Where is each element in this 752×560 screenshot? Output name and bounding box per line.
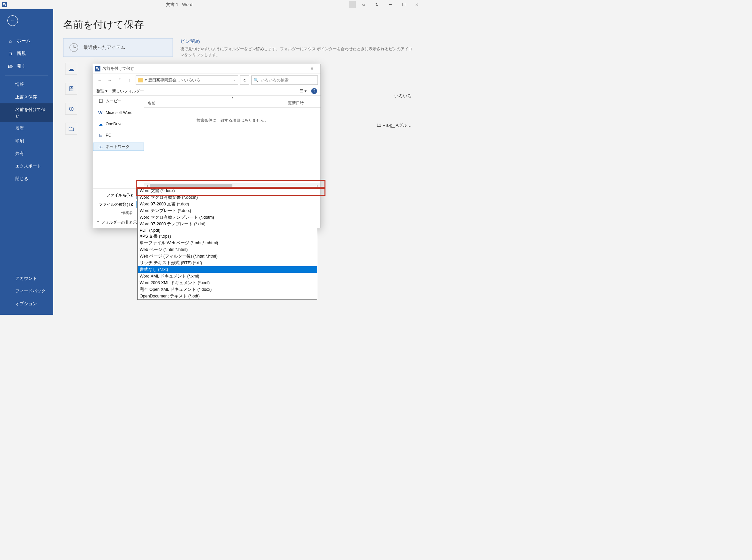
new-folder-button[interactable]: 新しいフォルダー (112, 88, 144, 94)
nav-feedback[interactable]: フィードバック (0, 285, 53, 297)
nav-new[interactable]: 🗋 新規 (0, 47, 53, 60)
tree-item-onedrive[interactable]: ☁ OneDrive (93, 120, 144, 128)
dialog-toolbar: 整理 ▾ 新しいフォルダー ☰ ▾ ? (93, 87, 320, 96)
view-button[interactable]: ☰ ▾ (300, 89, 306, 93)
nav-back-button[interactable]: ← (96, 76, 104, 84)
pc-icon: 🖥 (98, 133, 103, 138)
refresh-button[interactable]: ↻ (240, 76, 249, 85)
onedrive-icon: ☁ (98, 121, 103, 127)
new-icon: 🗋 (7, 51, 13, 56)
filetype-option[interactable]: Web ページ (フィルター後) (*.htm;*.html) (138, 253, 317, 260)
nav-forward-button[interactable]: → (106, 76, 114, 84)
filetype-option[interactable]: 単一ファイル Web ページ (*.mht;*.mhtml) (138, 240, 317, 246)
filetype-option[interactable]: PDF (*.pdf) (138, 227, 317, 233)
tree-item-network[interactable]: 🖧 ネットワーク (93, 143, 144, 151)
author-label: 作成者 (96, 210, 133, 216)
addr-part-1: 豊田高専同窓会… (148, 77, 180, 83)
filetype-option[interactable]: Word 2003 XML ドキュメント (*.xml) (138, 280, 317, 286)
sync-icon[interactable]: ↻ (370, 0, 384, 9)
network-icon: 🖧 (98, 144, 103, 149)
search-input[interactable]: 🔍 いろいろの検索 (251, 76, 318, 85)
extra-right-label: いろいろ (394, 93, 412, 99)
col-name[interactable]: 名前 (147, 100, 156, 106)
user-avatar[interactable] (349, 1, 356, 8)
nav-close[interactable]: 閉じる (0, 173, 53, 185)
filetype-dropdown[interactable]: Word 文書 (*.docx)Word マクロ有効文書 (*.docm)Wor… (137, 187, 317, 300)
back-button[interactable]: ← (7, 15, 18, 26)
titlebar: W 文書 1 - Word ☺ ↻ ━ ☐ ✕ (0, 0, 425, 9)
filetype-option[interactable]: Word マクロ有効文書 (*.docm) (138, 194, 317, 201)
tree-item-word[interactable]: W Microsoft Word (93, 109, 144, 117)
onedrive-icon: ☁ (65, 63, 77, 75)
nav-print[interactable]: 印刷 (0, 135, 53, 147)
help-button[interactable]: ? (311, 88, 317, 94)
face-icon[interactable]: ☺ (357, 0, 370, 9)
folder-icon (138, 78, 143, 82)
scroll-up-icon[interactable]: ▴ (144, 96, 320, 99)
filetype-option[interactable]: リッチ テキスト形式 (RTF) (*.rtf) (138, 260, 317, 266)
nav-save[interactable]: 上書き保存 (0, 91, 53, 103)
sidebar-separator (5, 75, 48, 76)
clock-icon (70, 43, 78, 52)
search-icon: 🔍 (254, 78, 259, 82)
filetype-option[interactable]: Word 97-2003 テンプレート (*.dot) (138, 221, 317, 227)
hide-folders-toggle[interactable]: ˄ フォルダーの非表示 (97, 220, 137, 225)
file-list-header: 名前 更新日時 (144, 99, 320, 108)
nav-info[interactable]: 情報 (0, 78, 53, 91)
window-controls: ━ ☐ ✕ (384, 0, 423, 9)
tree-item-movies[interactable]: 🎞 ムービー (93, 97, 144, 105)
dialog-title: 名前を付けて保存 (102, 66, 134, 72)
recent-items-label: 最近使ったアイテム (83, 44, 125, 51)
addr-part-2: いろいろ (184, 77, 200, 83)
file-list-empty-message: 検索条件に一致する項目はありません。 (144, 108, 320, 133)
nav-account[interactable]: アカウント (0, 272, 53, 285)
filetype-option[interactable]: 書式なし (*.txt) (138, 266, 317, 273)
filetype-option[interactable]: Word 文書 (*.docx) (138, 187, 317, 194)
tree-item-pc[interactable]: 🖥 PC (93, 131, 144, 139)
nav-open[interactable]: 🗁 開く (0, 60, 53, 73)
filetype-option[interactable]: Word 97-2003 文書 (*.doc) (138, 201, 317, 207)
backstage-sidebar: ← ⌂ ホーム 🗋 新規 🗁 開く 情報 上書き保存 名前を付けて保存 履歴 印… (0, 9, 53, 315)
nav-up-button[interactable]: ˅ (116, 76, 124, 84)
filetype-option[interactable]: XPS 文書 (*.xps) (138, 233, 317, 240)
filetype-label: ファイルの種類(T): (96, 202, 133, 207)
search-placeholder: いろいろの検索 (261, 77, 289, 83)
nav-up-arrow[interactable]: ↑ (126, 76, 134, 84)
movie-icon: 🎞 (98, 99, 103, 104)
folder-tree[interactable]: 🎞 ムービー W Microsoft Word ☁ OneDrive 🖥 PC (93, 96, 144, 151)
filetype-option[interactable]: Web ページ (*.htm;*.html) (138, 246, 317, 253)
filename-label: ファイル名(N): (96, 193, 133, 198)
page-title: 名前を付けて保存 (63, 18, 415, 32)
dialog-nav: ← → ˅ ↑ « 豊田高専同窓会… › いろいろ ⌄ ↻ 🔍 いろいろの検索 (93, 74, 320, 87)
window-title: 文書 1 - Word (9, 2, 349, 8)
col-date[interactable]: 更新日時 (288, 100, 304, 106)
dialog-close-button[interactable]: ✕ (305, 64, 318, 74)
filetype-option[interactable]: OpenDocument テキスト (*.odt) (138, 293, 317, 299)
nav-open-label: 開く (17, 63, 26, 69)
breadcrumb[interactable]: 11 » a-g_ Aグル… (377, 122, 412, 128)
nav-history: 履歴 (0, 122, 53, 135)
nav-options[interactable]: オプション (0, 297, 53, 310)
dialog-titlebar: W 名前を付けて保存 ✕ (93, 64, 320, 74)
addr-dropdown-icon[interactable]: ⌄ (233, 78, 236, 82)
recent-items-button[interactable]: 最近使ったアイテム (63, 38, 173, 57)
nav-home[interactable]: ⌂ ホーム (0, 35, 53, 47)
minimize-button[interactable]: ━ (384, 0, 397, 9)
filetype-option[interactable]: Word XML ドキュメント (*.xml) (138, 273, 317, 280)
word-icon: W (2, 2, 7, 7)
nav-share[interactable]: 共有 (0, 147, 53, 160)
nav-saveas[interactable]: 名前を付けて保存 (0, 103, 53, 122)
filetype-option[interactable]: Word マクロ有効テンプレート (*.dotm) (138, 214, 317, 221)
organize-button[interactable]: 整理 ▾ (96, 88, 107, 94)
maximize-button[interactable]: ☐ (397, 0, 410, 9)
filetype-option[interactable]: 完全 Open XML ドキュメント (*.docx) (138, 286, 317, 293)
browse-icon: 🗀 (65, 123, 77, 135)
word-icon: W (98, 110, 103, 115)
address-bar[interactable]: « 豊田高専同窓会… › いろいろ ⌄ (136, 76, 238, 85)
filetype-option[interactable]: Word テンプレート (*.dotx) (138, 207, 317, 214)
nav-new-label: 新規 (17, 51, 26, 57)
close-button[interactable]: ✕ (410, 0, 423, 9)
file-list-area: ▴ 名前 更新日時 検索条件に一致する項目はありません。 ◂ ▸ (144, 96, 320, 188)
dialog-body: 🎞 ムービー W Microsoft Word ☁ OneDrive 🖥 PC (93, 96, 320, 188)
nav-export[interactable]: エクスポート (0, 160, 53, 173)
